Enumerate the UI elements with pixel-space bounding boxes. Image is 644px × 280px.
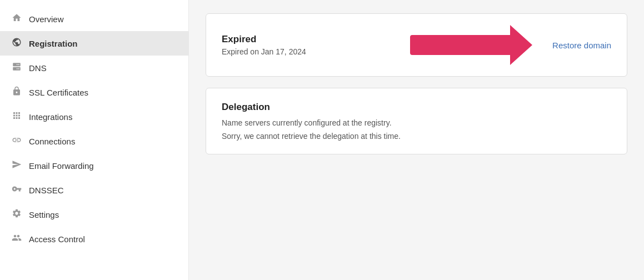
people-icon — [11, 233, 22, 245]
globe-icon — [11, 37, 22, 49]
sidebar-item-registration[interactable]: Registration — [0, 31, 188, 56]
sidebar-item-email-forwarding[interactable]: Email Forwarding — [0, 153, 188, 178]
sidebar-item-integrations[interactable]: Integrations — [0, 104, 188, 129]
home-icon — [11, 13, 22, 25]
sidebar-item-label: Settings — [29, 210, 59, 219]
arrow-head — [510, 25, 532, 65]
expired-subtitle: Expired on Jan 17, 2024 — [222, 47, 306, 56]
sidebar-item-connections[interactable]: Connections — [0, 129, 188, 153]
send-icon — [11, 159, 22, 172]
delegation-title: Delegation — [222, 102, 611, 113]
delegation-text-2: Sorry, we cannot retrieve the delegation… — [222, 132, 611, 141]
lock-icon — [11, 86, 22, 98]
expired-actions: Restore domain — [410, 25, 611, 65]
sidebar-item-dnssec[interactable]: DNSSEC — [0, 178, 188, 202]
expired-card: Expired Expired on Jan 17, 2024 Restore … — [206, 13, 627, 77]
delegation-text-1: Name servers currently configured at the… — [222, 118, 611, 127]
grid-icon — [11, 111, 22, 123]
delegation-card: Delegation Name servers currently config… — [206, 88, 627, 154]
key-icon — [11, 184, 22, 196]
gear-icon — [11, 208, 22, 221]
sidebar-item-overview[interactable]: Overview — [0, 7, 188, 31]
sidebar-item-label: Integrations — [29, 112, 72, 122]
sidebar-item-dns[interactable]: DNS — [0, 56, 188, 80]
sidebar-item-settings[interactable]: Settings — [0, 202, 188, 227]
sidebar-item-label: SSL Certificates — [29, 88, 88, 97]
main-content: Expired Expired on Jan 17, 2024 Restore … — [189, 0, 644, 280]
sidebar-item-label: Access Control — [29, 234, 85, 244]
arrow-graphic — [410, 25, 532, 65]
sidebar-item-label: Overview — [29, 14, 64, 24]
sidebar-item-label: Email Forwarding — [29, 161, 94, 171]
expired-title: Expired — [222, 34, 306, 45]
link-icon — [11, 135, 22, 147]
server-icon — [11, 62, 22, 74]
sidebar-item-label: DNSSEC — [29, 186, 64, 195]
sidebar-item-label: DNS — [29, 63, 47, 73]
sidebar-item-label: Connections — [29, 137, 75, 146]
sidebar: Overview Registration DNS SSL Certificat… — [0, 0, 189, 280]
expired-info: Expired Expired on Jan 17, 2024 — [222, 34, 306, 56]
sidebar-item-access-control[interactable]: Access Control — [0, 227, 188, 251]
sidebar-item-label: Registration — [29, 39, 78, 48]
arrow-body — [410, 35, 510, 55]
restore-domain-link[interactable]: Restore domain — [552, 41, 611, 50]
sidebar-item-ssl[interactable]: SSL Certificates — [0, 80, 188, 104]
